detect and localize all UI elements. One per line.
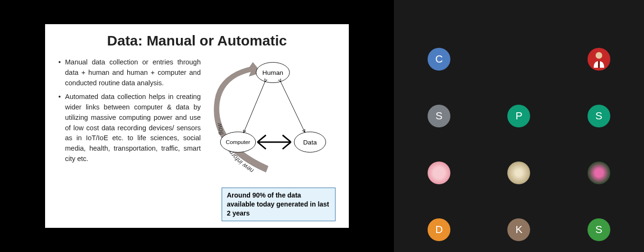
svg-line-4 [243, 82, 265, 133]
avatar-letter: P [507, 105, 530, 127]
participant-tile[interactable]: S [561, 204, 636, 252]
avatar-letter: K [507, 218, 530, 241]
slide-callout: Around 90% of the data available today g… [222, 188, 336, 221]
participant-tile[interactable] [481, 147, 556, 199]
svg-line-5 [281, 82, 305, 133]
participant-tile[interactable]: S [401, 90, 476, 142]
avatar-letter: S [428, 105, 450, 127]
diagram-svg: new information flow Human Computer Data [205, 57, 336, 180]
bullet-1: Manual data collection or entries throug… [58, 57, 201, 88]
participant-tile[interactable]: P [481, 90, 556, 142]
node-human: Human [262, 69, 283, 76]
slide-title: Data: Manual or Automatic [58, 33, 336, 49]
avatar-photo [428, 162, 450, 184]
slide-body: Manual data collection or entries throug… [58, 57, 336, 221]
slide-bullets: Manual data collection or entries throug… [58, 57, 201, 221]
node-computer: Computer [226, 139, 251, 145]
avatar-letter: S [588, 105, 610, 127]
avatar-photo [588, 162, 610, 184]
avatar-photo [507, 162, 530, 184]
slide: Data: Manual or Automatic Manual data co… [45, 24, 349, 228]
avatar-letter: C [428, 48, 450, 71]
participant-tile[interactable] [561, 33, 636, 85]
participant-tile[interactable]: S [561, 90, 636, 142]
presentation-area: Data: Manual or Automatic Manual data co… [0, 0, 394, 252]
avatar-letter: D [428, 218, 450, 241]
participants-grid: C S P S D K S [394, 0, 644, 252]
avatar-photo [588, 48, 610, 71]
slide-diagram: new information flow Human Computer Data [205, 57, 336, 221]
participant-tile[interactable]: K [481, 204, 556, 252]
avatar-letter: S [588, 218, 610, 241]
svg-point-6 [596, 52, 602, 59]
bullet-2: Automated data collection helps in creat… [58, 92, 201, 164]
svg-rect-7 [598, 61, 600, 68]
participant-tile[interactable]: D [401, 204, 476, 252]
participant-tile[interactable] [561, 147, 636, 199]
participant-tile[interactable]: C [401, 33, 476, 85]
node-data: Data [303, 139, 317, 146]
participant-tile-spacer [481, 33, 556, 85]
participant-tile[interactable] [401, 147, 476, 199]
